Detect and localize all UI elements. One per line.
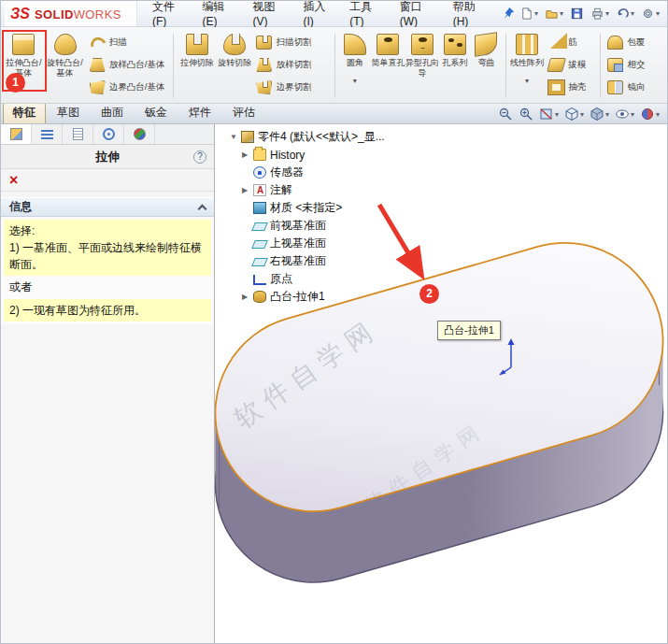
rib-button[interactable]: 筋 [547,33,595,52]
tree-item-top-plane[interactable]: 上视基准面 [230,235,385,252]
plane-icon [251,258,268,266]
main-area: 拉伸 ? × 信息 选择: 1) 一基准面、平面或边线来绘制特征横断面。 或者 … [1,124,667,643]
feature-tree: ▼ 零件4 (默认<<默认>_显... ▶ History 传感器 ▶ [230,128,385,306]
graphics-viewport[interactable]: 软件自学网 软件自学网 ▼ 零件4 (默认<<默认>_显... ▶ Histor… [215,124,667,643]
tree-item-material[interactable]: 材质 <未指定> [230,199,385,217]
swept-cut-button[interactable]: 扫描切割 [254,33,330,52]
open-document-button[interactable] [543,5,565,22]
fillet-button[interactable]: 圆角 [338,29,371,103]
tree-item-boss-extrude1[interactable]: ▶ 凸台-拉伸1 [230,288,385,306]
tab-dimxpert[interactable] [93,124,124,144]
collapse-chevron-icon[interactable] [198,204,207,213]
cancel-button[interactable]: × [9,173,18,188]
tab-features[interactable]: 特征 [3,102,46,123]
tab-property-manager[interactable] [1,124,32,144]
tree-item-annotations[interactable]: ▶ 注解 [230,181,385,199]
tree-item-label: History [270,149,305,162]
display-style-button[interactable] [590,107,609,122]
zoom-previous-button[interactable] [498,107,513,122]
tab-sketch[interactable]: 草图 [47,102,90,123]
dropdown-caret-icon[interactable] [525,79,529,84]
linear-pattern-icon [516,34,538,55]
tree-item-right-plane[interactable]: 右视基准面 [230,252,385,270]
zoom-to-fit-button[interactable] [519,107,533,122]
revolved-cut-button[interactable]: 旋转切除 [217,29,253,103]
tree-item-label: 注解 [270,182,292,198]
draft-button[interactable]: 拔模 [547,55,595,75]
tree-item-origin[interactable]: 原点 [230,270,385,288]
tree-item-label: 传感器 [270,165,304,180]
view-orientation-button[interactable] [564,107,584,122]
tree-item-front-plane[interactable]: 前视基准面 [230,217,385,235]
revolved-boss-base-button[interactable]: 旋转凸台/基体 [44,29,85,103]
tab-appearances[interactable] [124,124,155,144]
wrap-icon [607,36,623,50]
hole-series-button[interactable]: 孔系列 [439,29,470,103]
panel-tab-strip [1,124,214,145]
draft-label: 拔模 [568,59,586,71]
boundary-cut-button[interactable]: 边界切割 [254,78,330,97]
extruded-boss-base-button[interactable]: 拉伸凸台/基体 [3,29,44,103]
boundary-boss-button[interactable]: 边界凸台/基体 [88,78,169,97]
tab-weldments[interactable]: 焊件 [178,102,221,123]
extruded-boss-icon [12,34,35,55]
print-button[interactable] [589,5,611,22]
simple-hole-button[interactable]: 简单直孔 [371,29,405,103]
tree-item-sensors[interactable]: 传感器 [230,164,385,181]
revolved-boss-icon [54,34,77,55]
wrap-button[interactable]: 包覆 [605,33,665,52]
intersect-button[interactable]: 相交 [605,55,665,75]
expand-arrow-icon[interactable]: ▶ [242,150,253,159]
tab-surfaces[interactable]: 曲面 [91,102,134,123]
section-view-button[interactable] [539,107,559,122]
tab-feature-tree[interactable] [32,124,63,144]
mirror-icon [607,80,623,94]
expand-arrow-icon[interactable]: ▶ [242,186,253,194]
flex-icon [475,32,497,56]
tab-evaluate[interactable]: 评估 [222,102,265,123]
ribbon-separator [334,34,335,98]
options-button[interactable] [639,5,661,22]
hole-wizard-label: 异型孔向导 [405,58,440,79]
lofted-cut-button[interactable]: 放样切割 [254,55,330,75]
tree-item-history[interactable]: ▶ History [230,146,385,164]
part-icon [241,131,254,143]
mirror-button[interactable]: 镜向 [605,78,665,97]
linear-pattern-button[interactable]: 线性阵列 [509,29,546,103]
extruded-cut-button[interactable]: 拉伸切除 [177,29,216,103]
property-manager-panel: 拉伸 ? × 信息 选择: 1) 一基准面、平面或边线来绘制特征横断面。 或者 … [1,124,215,643]
expand-arrow-icon[interactable]: ▼ [230,133,241,141]
edit-appearance-button[interactable] [640,107,660,122]
open-folder-icon [545,7,559,21]
tree-item-part[interactable]: ▼ 零件4 (默认<<默认>_显... [230,128,385,146]
hole-wizard-button[interactable]: 异型孔向导 [405,29,440,103]
select-label: 选择: [9,222,206,239]
shell-button[interactable]: 抽壳 [547,78,595,97]
info-message-2: 2) 一现有草图为特征所用。 [4,299,211,322]
swept-boss-button[interactable]: 扫描 [88,33,169,52]
tab-sheet-metal[interactable]: 钣金 [135,102,178,123]
tree-item-label: 材质 <未指定> [270,200,342,216]
hide-show-items-button[interactable] [615,107,634,122]
lofted-boss-button[interactable]: 放样凸台/基体 [88,55,169,75]
flex-button[interactable]: 弯曲 [470,29,503,103]
help-icon[interactable]: ? [193,150,206,164]
intersect-icon [607,58,623,72]
dropdown-caret-icon[interactable] [353,79,357,84]
rib-icon [548,36,564,50]
new-document-button[interactable] [518,5,540,22]
fillet-label: 圆角 [338,58,371,79]
expand-arrow-icon[interactable]: ▶ [242,293,253,301]
info-group-header[interactable]: 信息 [1,197,214,217]
tab-configurations[interactable] [63,124,93,144]
pin-menu-button[interactable] [500,5,518,23]
print-icon [590,7,604,21]
quick-toolbar [518,5,663,22]
undo-button[interactable] [614,5,636,22]
list-icon [41,129,53,139]
extruded-cut-label: 拉伸切除 [177,58,216,79]
cut-feature-stack: 扫描切割 放样切割 边界切割 [252,29,332,103]
save-button[interactable] [568,5,586,22]
swept-cut-icon [256,36,272,50]
boundary-cut-icon [256,80,272,94]
